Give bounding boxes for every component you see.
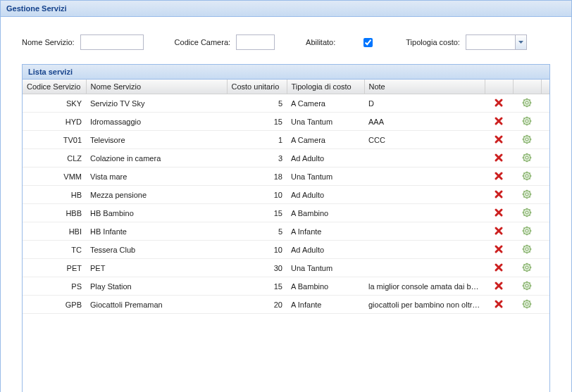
- grid-empty-area: [23, 314, 549, 392]
- abilitato-label: Abilitato:: [306, 38, 335, 46]
- table-row[interactable]: TV01Televisore1A CameraCCC: [23, 131, 549, 149]
- nome-servizio-input[interactable]: [80, 34, 144, 50]
- gear-icon[interactable]: [521, 280, 533, 291]
- table-row[interactable]: GPBGiocattoli Premaman20A Infantegiocatt…: [23, 296, 549, 314]
- filter-bar: Nome Servizio: Codice Camera: Abilitato:…: [22, 34, 550, 50]
- cell-name: Televisore: [86, 131, 227, 149]
- gear-icon[interactable]: [521, 189, 533, 200]
- col-header-cost[interactable]: Costo unitario: [227, 80, 287, 94]
- table-row[interactable]: HYDIdromassaggio15Una TantumAAA: [23, 113, 549, 131]
- cell-code: VMM: [23, 167, 86, 186]
- delete-icon[interactable]: [493, 115, 504, 127]
- cell-code: HBI: [23, 222, 86, 241]
- services-table: Codice Servizio Nome Servizio Costo unit…: [23, 80, 549, 314]
- cell-type: A Bambino: [287, 204, 364, 222]
- table-row[interactable]: HBBHB Bambino15A Bambino: [23, 204, 549, 222]
- cell-type: Una Tantum: [287, 167, 364, 186]
- cell-note: [364, 222, 485, 241]
- cell-name: Servizio TV Sky: [86, 94, 227, 113]
- gear-icon[interactable]: [521, 244, 533, 255]
- abilitato-checkbox[interactable]: [363, 38, 373, 47]
- chevron-down-icon[interactable]: [515, 34, 527, 50]
- cell-type: Una Tantum: [287, 259, 364, 277]
- table-row[interactable]: SKYServizio TV Sky5A CameraD: [23, 94, 549, 113]
- table-row[interactable]: HBMezza pensione10Ad Adulto: [23, 186, 549, 204]
- cell-code: TC: [23, 241, 86, 259]
- table-row[interactable]: PSPlay Station15A Bambinola miglior cons…: [23, 277, 549, 296]
- gear-icon[interactable]: [521, 225, 533, 236]
- cell-code: HYD: [23, 113, 86, 131]
- delete-icon[interactable]: [493, 298, 504, 310]
- cell-note: giocattoli per bambino non oltr…: [364, 296, 485, 314]
- cell-name: HB Bambino: [86, 204, 227, 222]
- table-row[interactable]: HBIHB Infante5A Infante: [23, 222, 549, 241]
- cell-cost: 20: [227, 296, 287, 314]
- cell-cost: 10: [227, 241, 287, 259]
- table-row[interactable]: TCTessera Club10Ad Adulto: [23, 241, 549, 259]
- cell-name: Vista mare: [86, 167, 227, 186]
- cell-note: [364, 259, 485, 277]
- delete-icon[interactable]: [493, 152, 504, 163]
- col-header-type[interactable]: Tipologia di costo: [287, 80, 364, 94]
- delete-icon[interactable]: [493, 189, 504, 200]
- cell-type: A Camera: [287, 94, 364, 113]
- svg-point-71: [526, 229, 528, 232]
- gear-icon[interactable]: [521, 207, 533, 218]
- delete-icon[interactable]: [493, 134, 504, 145]
- svg-point-51: [526, 193, 528, 196]
- cell-note: [364, 186, 485, 204]
- cell-code: PS: [23, 277, 86, 296]
- cell-note: CCC: [364, 131, 485, 149]
- cell-name: Idromassaggio: [86, 113, 227, 131]
- gear-icon[interactable]: [521, 97, 533, 108]
- cell-name: Giocattoli Premaman: [86, 296, 227, 314]
- gear-icon[interactable]: [521, 298, 533, 310]
- cell-code: CLZ: [23, 149, 86, 167]
- cell-note: [364, 167, 485, 186]
- cell-cost: 15: [227, 204, 287, 222]
- cell-cost: 1: [227, 131, 287, 149]
- delete-icon[interactable]: [493, 280, 504, 291]
- svg-point-31: [526, 156, 528, 159]
- cell-type: Ad Adulto: [287, 149, 364, 167]
- delete-icon[interactable]: [493, 170, 504, 182]
- delete-icon[interactable]: [493, 244, 504, 255]
- grid-title: Lista servizi: [23, 65, 549, 80]
- cell-type: A Infante: [287, 222, 364, 241]
- cell-code: TV01: [23, 131, 86, 149]
- tipologia-costo-input[interactable]: [466, 34, 515, 50]
- table-row[interactable]: VMMVista mare18Una Tantum: [23, 167, 549, 186]
- cell-note: AAA: [364, 113, 485, 131]
- cell-cost: 15: [227, 113, 287, 131]
- col-header-note[interactable]: Note: [364, 80, 485, 94]
- col-header-name[interactable]: Nome Servizio: [86, 80, 227, 94]
- cell-code: HB: [23, 186, 86, 204]
- cell-code: GPB: [23, 296, 86, 314]
- gear-icon[interactable]: [521, 134, 533, 145]
- svg-point-91: [526, 266, 528, 269]
- cell-type: A Camera: [287, 131, 364, 149]
- cell-note: la miglior console amata dai ba…: [364, 277, 485, 296]
- gear-icon[interactable]: [521, 262, 533, 273]
- gear-icon[interactable]: [521, 152, 533, 163]
- svg-point-61: [526, 211, 528, 214]
- cell-type: A Infante: [287, 296, 364, 314]
- gear-icon[interactable]: [521, 170, 533, 182]
- delete-icon[interactable]: [493, 262, 504, 273]
- codice-camera-input[interactable]: [236, 34, 275, 50]
- svg-point-81: [526, 248, 528, 251]
- gear-icon[interactable]: [521, 115, 533, 127]
- cell-type: A Bambino: [287, 277, 364, 296]
- panel-body: Nome Servizio: Codice Camera: Abilitato:…: [1, 17, 571, 392]
- cell-cost: 15: [227, 277, 287, 296]
- table-row[interactable]: CLZColazione in camera3Ad Adulto: [23, 149, 549, 167]
- col-header-delete: [485, 80, 513, 94]
- cell-note: [364, 204, 485, 222]
- tipologia-costo-combo[interactable]: [466, 34, 527, 50]
- delete-icon[interactable]: [493, 225, 504, 236]
- table-row[interactable]: PETPET30Una Tantum: [23, 259, 549, 277]
- svg-point-111: [526, 303, 528, 305]
- delete-icon[interactable]: [493, 207, 504, 218]
- delete-icon[interactable]: [493, 97, 504, 108]
- col-header-code[interactable]: Codice Servizio: [23, 80, 86, 94]
